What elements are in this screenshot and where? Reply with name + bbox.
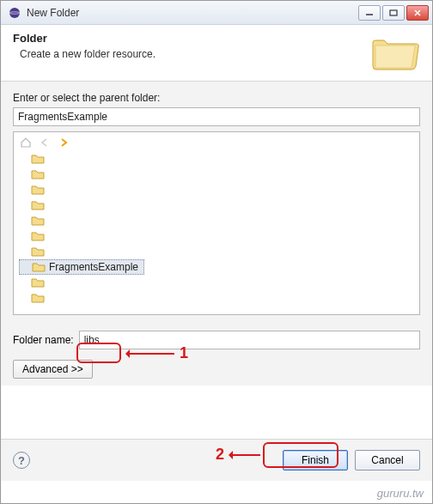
tree-item[interactable] [19,182,414,197]
tree-item-label: FragmentsExample [49,261,138,273]
maximize-button[interactable] [382,5,405,21]
minimize-button[interactable] [358,5,381,21]
folder-icon [31,246,45,258]
svg-point-0 [9,8,20,18]
dialog-footer: ? Finish Cancel [1,439,432,481]
home-icon[interactable] [19,136,33,149]
folder-icon [31,215,45,227]
folder-icon [31,153,45,165]
footer-buttons: Finish Cancel [283,450,420,471]
tree-item[interactable] [19,228,414,244]
tree-item[interactable] [19,244,414,259]
tree-item[interactable] [19,167,414,182]
titlebar: New Folder [1,1,432,25]
tree-item-selected[interactable]: FragmentsExample [19,259,144,275]
tree-item[interactable] [19,213,414,228]
folder-icon [31,184,45,196]
close-button[interactable] [406,5,429,21]
forward-icon[interactable] [57,136,70,149]
svg-rect-3 [390,10,397,15]
dialog-subtitle: Create a new folder resource. [20,48,420,60]
folder-icon [32,261,46,273]
tree-item[interactable] [19,290,414,306]
folder-name-label: Folder name: [13,334,74,346]
folder-icon [31,276,45,288]
back-icon[interactable] [38,136,52,149]
folder-name-row: Folder name: [13,331,420,349]
dialog-body: Enter or select the parent folder: Fragm… [1,82,432,386]
folder-large-icon [369,32,420,71]
eclipse-icon [8,6,21,20]
window-title: New Folder [27,7,358,19]
folder-icon [31,230,45,242]
tree-toolbar [19,136,414,149]
help-icon[interactable]: ? [13,452,30,469]
folder-tree[interactable]: FragmentsExample [13,131,420,315]
folder-icon [31,292,45,304]
finish-button[interactable]: Finish [283,450,348,471]
tree-item[interactable] [19,151,414,167]
folder-icon [31,168,45,180]
tree-item[interactable] [19,275,414,290]
dialog-title: Folder [13,32,420,45]
dialog-header: Folder Create a new folder resource. [1,25,432,82]
watermark: gururu.tw [377,487,424,500]
window-controls [358,5,429,21]
parent-folder-input[interactable] [13,107,420,126]
folder-icon [31,199,45,211]
parent-folder-label: Enter or select the parent folder: [13,92,420,104]
tree-item[interactable] [19,197,414,213]
advanced-button[interactable]: Advanced >> [13,360,93,379]
folder-name-input[interactable] [79,331,420,349]
cancel-button[interactable]: Cancel [355,450,420,471]
